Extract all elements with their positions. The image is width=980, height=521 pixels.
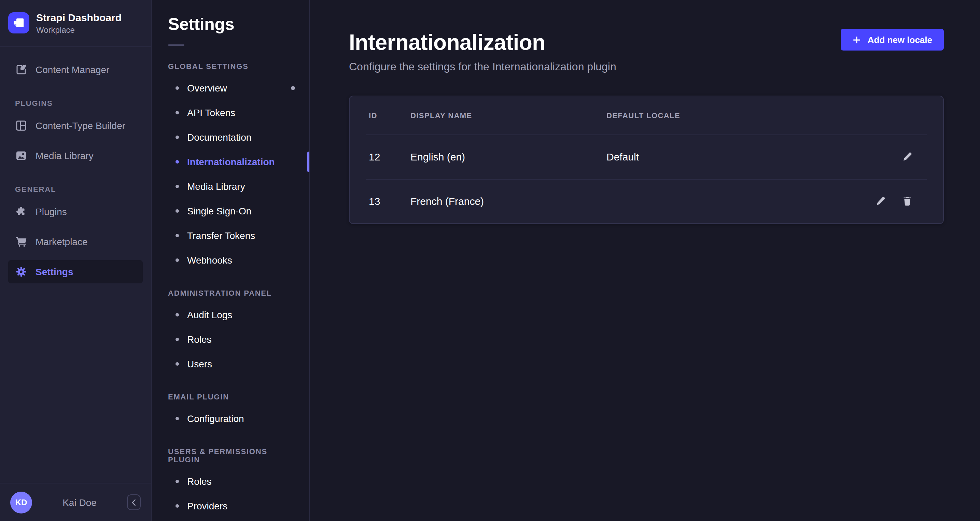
locales-table: ID DISPLAY NAME DEFAULT LOCALE 12 Englis… <box>349 95 944 224</box>
subnav-item-label: Roles <box>187 334 212 345</box>
add-new-locale-label: Add new locale <box>868 35 932 45</box>
delete-locale-button[interactable] <box>901 195 913 208</box>
subnav-title-divider <box>168 44 185 46</box>
nav-section-plugins-label: PLUGINS <box>8 99 143 107</box>
workspace-header: Strapi Dashboard Workplace <box>0 0 151 46</box>
subnav-item-api-tokens[interactable]: API Tokens <box>152 100 309 125</box>
column-header-id: ID <box>369 111 410 119</box>
page-header: Internationalization Configure the setti… <box>349 0 944 73</box>
bullet-icon <box>175 504 179 508</box>
subnav-item-documentation[interactable]: Documentation <box>152 125 309 149</box>
cell-display-name: English (en) <box>410 151 606 163</box>
sidebar-item-settings[interactable]: Settings <box>8 260 143 283</box>
sidebar-item-label: Settings <box>35 266 73 277</box>
row-actions <box>824 151 913 163</box>
subnav-group-users-permissions-plugin: USERS & PERMISSIONS PLUGIN Roles Provide… <box>152 447 309 518</box>
page-subtitle: Configure the settings for the Internati… <box>349 61 616 73</box>
bullet-icon <box>175 313 179 316</box>
subnav-group-title: ADMINISTRATION PANEL <box>168 289 293 297</box>
sidebar-item-content-manager[interactable]: Content Manager <box>8 58 143 81</box>
subnav-item-label: Audit Logs <box>187 309 232 320</box>
sidebar-item-plugins[interactable]: Plugins <box>8 200 143 223</box>
cell-display-name: French (France) <box>410 195 606 207</box>
bullet-icon <box>175 209 179 213</box>
subnav-item-admin-roles[interactable]: Roles <box>152 327 309 352</box>
workspace-text: Strapi Dashboard Workplace <box>36 12 122 35</box>
row-actions <box>824 195 913 208</box>
user-name: Kai Doe <box>39 497 120 508</box>
bullet-icon <box>175 135 179 139</box>
edit-locale-button[interactable] <box>874 195 886 208</box>
subnav-item-configuration[interactable]: Configuration <box>152 406 309 431</box>
nav-section-general-label: GENERAL <box>8 185 143 193</box>
subnav-item-single-sign-on[interactable]: Single Sign-On <box>152 199 309 223</box>
subnav-item-label: Webhooks <box>187 255 232 265</box>
subnav-item-label: API Tokens <box>187 107 235 118</box>
subnav-item-label: Roles <box>187 476 212 487</box>
sidebar-item-content-type-builder[interactable]: Content-Type Builder <box>8 114 143 137</box>
app-title: Strapi Dashboard <box>36 12 122 25</box>
bullet-icon <box>175 338 179 341</box>
subnav-group-title: EMAIL PLUGIN <box>168 392 293 401</box>
subnav-item-label: Providers <box>187 500 228 511</box>
subnav-group-title: USERS & PERMISSIONS PLUGIN <box>168 447 293 464</box>
collapse-sidebar-button[interactable] <box>127 494 141 510</box>
sidebar-item-label: Marketplace <box>35 236 88 247</box>
table-row-french[interactable]: 13 French (France) <box>350 179 943 223</box>
gear-icon <box>15 266 27 278</box>
subnav-item-audit-logs[interactable]: Audit Logs <box>152 302 309 327</box>
subnav-item-transfer-tokens[interactable]: Transfer Tokens <box>152 223 309 248</box>
subnav-item-label: Internationalization <box>187 156 275 167</box>
sidebar-item-label: Plugins <box>35 206 67 217</box>
media-library-icon <box>15 150 27 162</box>
table-row-english[interactable]: 12 English (en) Default <box>350 135 943 179</box>
cart-icon <box>15 236 27 248</box>
column-header-default-locale: DEFAULT LOCALE <box>606 111 824 119</box>
notification-dot-icon <box>291 86 295 90</box>
subnav-item-providers[interactable]: Providers <box>152 494 309 518</box>
subnav-item-up-roles[interactable]: Roles <box>152 469 309 494</box>
plus-icon <box>853 35 862 44</box>
bullet-icon <box>175 480 179 483</box>
subnav-group-administration-panel: ADMINISTRATION PANEL Audit Logs Roles Us… <box>152 289 309 376</box>
table-header-row: ID DISPLAY NAME DEFAULT LOCALE <box>350 96 943 135</box>
content-manager-icon <box>15 64 27 75</box>
puzzle-icon <box>15 206 27 218</box>
add-new-locale-button[interactable]: Add new locale <box>841 29 944 51</box>
subnav-item-label: Transfer Tokens <box>187 230 255 241</box>
subnav-item-overview[interactable]: Overview <box>152 76 309 100</box>
bullet-icon <box>175 417 179 420</box>
sidebar-item-marketplace[interactable]: Marketplace <box>8 230 143 253</box>
column-header-display-name: DISPLAY NAME <box>410 111 606 119</box>
subnav-item-media-library[interactable]: Media Library <box>152 174 309 199</box>
page-title: Internationalization <box>349 30 616 55</box>
subnav-group-global-settings: GLOBAL SETTINGS Overview API Tokens Docu… <box>152 62 309 272</box>
subnav-group-email-plugin: EMAIL PLUGIN Configuration <box>152 392 309 431</box>
sidebar-footer: KD Kai Doe <box>0 483 151 521</box>
bullet-icon <box>175 234 179 237</box>
pencil-icon <box>875 196 885 206</box>
sidebar-item-media-library[interactable]: Media Library <box>8 144 143 167</box>
settings-subnav: Settings GLOBAL SETTINGS Overview API To… <box>152 0 310 521</box>
main-content: Internationalization Configure the setti… <box>310 0 980 521</box>
active-item-indicator <box>307 152 309 172</box>
user-avatar[interactable]: KD <box>10 491 32 513</box>
bullet-icon <box>175 185 179 188</box>
subnav-item-users[interactable]: Users <box>152 352 309 376</box>
subnav-group-title: GLOBAL SETTINGS <box>168 62 293 70</box>
cell-default-locale: Default <box>606 151 824 163</box>
sidebar-item-label: Content Manager <box>35 64 109 75</box>
sidebar-item-label: Content-Type Builder <box>35 120 125 131</box>
subnav-item-internationalization[interactable]: Internationalization <box>152 149 309 174</box>
content-type-builder-icon <box>15 120 27 132</box>
subnav-item-label: Configuration <box>187 413 244 424</box>
subnav-title: Settings <box>168 14 293 34</box>
pencil-icon <box>902 152 912 162</box>
edit-locale-button[interactable] <box>901 151 913 163</box>
subnav-item-webhooks[interactable]: Webhooks <box>152 248 309 272</box>
strapi-logo-icon <box>8 13 29 34</box>
subnav-item-label: Media Library <box>187 181 245 192</box>
cell-id: 12 <box>369 151 410 163</box>
subnav-item-label: Overview <box>187 83 227 94</box>
subnav-item-label: Documentation <box>187 132 251 143</box>
